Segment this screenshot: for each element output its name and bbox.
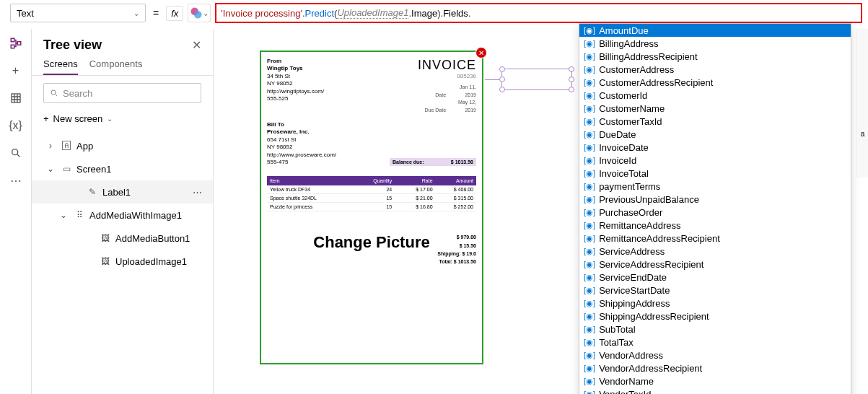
tree-item-addmediawithimage1[interactable]: ⌄⠿AddMediaWithImage1 [32,203,213,227]
selection-box[interactable] [501,69,572,90]
autocomplete-label: ServiceAddress [599,246,665,257]
field-icon: [◉] [584,234,595,243]
autocomplete-item[interactable]: [◉]TotalTax [579,336,851,349]
autocomplete-item[interactable]: [◉]CustomerTaxId [579,115,851,128]
autocomplete-item[interactable]: [◉]CustomerId [579,89,851,102]
expander-icon[interactable]: ⌄ [58,209,69,221]
autocomplete-label: RemittanceAddress [599,220,680,231]
field-icon: [◉] [584,325,595,334]
tree-item-app[interactable]: ›🄰App [32,134,213,157]
autocomplete-label: PreviousUnpaidBalance [599,194,699,205]
canvas-invoice[interactable]: ✕ From Wingtip Toys 34 5th St NY 98052 h… [260,51,483,364]
autocomplete-item[interactable]: [◉]VendorAddressRecipient [579,362,851,375]
close-icon[interactable]: ✕ [192,38,201,52]
field-icon: [◉] [584,286,595,295]
tab-components[interactable]: Components [89,58,143,75]
autocomplete-item[interactable]: [◉]AmountDue [579,24,851,37]
tree-item-addmediabutton1[interactable]: 🖼AddMediaButton1 [32,227,213,250]
variables-icon[interactable]: {x} [9,118,23,133]
autocomplete-item[interactable]: [◉]ServiceAddress [579,245,851,258]
field-icon: [◉] [584,260,595,269]
autocomplete-item[interactable]: [◉]BillingAddress [579,37,851,50]
expander-icon[interactable]: › [45,140,56,152]
autocomplete-label: BillingAddressRecipient [599,51,698,62]
autocomplete-label: TotalTax [599,337,634,348]
autocomplete-item[interactable]: [◉]RemittanceAddressRecipient [579,232,851,245]
tree-item-screen1[interactable]: ⌄▭Screen1 [32,157,213,180]
item-type-icon: 🄰 [61,140,72,152]
formula-arg: UploadedImage1 [337,7,408,19]
autocomplete-item[interactable]: [◉]VendorTaxId [579,388,851,394]
field-icon: [◉] [584,156,595,165]
autocomplete-item[interactable]: [◉]BillingAddressRecipient [579,50,851,63]
field-icon: [◉] [584,65,595,74]
more-icon[interactable]: ⋯ [9,173,23,188]
autocomplete-item[interactable]: [◉]InvoiceId [579,154,851,167]
autocomplete-item[interactable]: [◉]CustomerName [579,102,851,115]
autocomplete-item[interactable]: [◉]VendorAddress [579,349,851,362]
search-input[interactable]: Search [43,83,201,103]
tree-item-label: UploadedImage1 [115,256,187,267]
autocomplete-item[interactable]: [◉]CustomerAddressRecipient [579,76,851,89]
autocomplete-item[interactable]: [◉]PurchaseOrder [579,206,851,219]
field-icon: [◉] [584,364,595,373]
property-dropdown-label: Text [17,8,34,19]
autocomplete-item[interactable]: [◉]DueDate [579,128,851,141]
handle-icon[interactable] [569,66,574,72]
tree-view-icon[interactable] [9,36,23,51]
item-type-icon: 🖼 [100,255,111,267]
formula-string: 'Invoice processing' [221,8,302,19]
field-icon: [◉] [584,117,595,126]
autocomplete-label: VendorName [599,376,654,387]
autocomplete-item[interactable]: [◉]ShippingAddressRecipient [579,310,851,323]
handle-icon[interactable] [569,76,574,82]
autocomplete-label: VendorAddress [599,350,663,361]
data-icon[interactable] [9,91,23,105]
autocomplete-item[interactable]: [◉]ServiceAddressRecipient [579,258,851,271]
autocomplete-label: AmountDue [599,25,649,36]
property-dropdown[interactable]: Text ⌄ [10,4,146,22]
svg-point-1 [194,11,202,19]
tree-item-label1[interactable]: ✎Label1⋯ [32,180,213,203]
handle-icon[interactable] [499,87,505,92]
new-screen-button[interactable]: + New screen ⌄ [32,110,213,131]
autocomplete-item[interactable]: [◉]InvoiceTotal [579,167,851,180]
autocomplete-item[interactable]: [◉]PreviousUnpaidBalance [579,193,851,206]
autocomplete-item[interactable]: [◉]SubTotal [579,323,851,336]
formula-input[interactable]: 'Invoice processing'.Predict(UploadedIma… [215,3,862,23]
tree-item-label: Screen1 [76,164,111,175]
autocomplete-item[interactable]: [◉]RemittanceAddress [579,219,851,232]
svg-point-7 [51,90,56,95]
svg-rect-4 [17,42,21,45]
autocomplete-menu: [◉]AmountDue[◉]BillingAddress[◉]BillingA… [579,23,851,394]
handle-icon[interactable] [499,66,505,72]
autocomplete-item[interactable]: [◉]VendorName [579,375,851,388]
expander-icon[interactable]: ⌄ [45,163,56,175]
autocomplete-item[interactable]: [◉]paymentTerms [579,180,851,193]
right-panel-sliver[interactable]: a [856,29,868,178]
more-icon[interactable]: ⋯ [193,187,203,198]
handle-icon[interactable] [569,87,574,92]
autocomplete-label: RemittanceAddressRecipient [599,233,720,244]
autocomplete-label: VendorTaxId [599,389,651,395]
fx-icon[interactable]: fx [166,6,183,21]
tree-view-panel: Tree view ✕ Screens Components Search + … [32,29,214,394]
autocomplete-label: SubTotal [599,324,636,335]
change-picture-label[interactable]: Change Picture $ 979.00$ 15.50Shipping: … [267,233,476,252]
insert-icon[interactable]: + [9,64,23,78]
autocomplete-item[interactable]: [◉]ServiceStartDate [579,284,851,297]
autocomplete-item[interactable]: [◉]InvoiceDate [579,141,851,154]
autocomplete-label: ShippingAddress [599,298,670,309]
autocomplete-item[interactable]: [◉]ServiceEndDate [579,271,851,284]
item-type-icon: ▭ [61,163,72,175]
chevron-down-icon: ⌄ [133,9,139,17]
delete-button[interactable]: ✕ [475,47,487,58]
tab-screens[interactable]: Screens [43,58,78,75]
invoice-from: From Wingtip Toys 34 5th St NY 98052 htt… [267,58,324,114]
autocomplete-item[interactable]: [◉]ShippingAddress [579,297,851,310]
copilot-button[interactable]: ⌄ [188,4,211,22]
autocomplete-item[interactable]: [◉]CustomerAddress [579,63,851,76]
handle-icon[interactable] [499,76,505,82]
tree-item-uploadedimage1[interactable]: 🖼UploadedImage1 [32,250,213,273]
search-icon[interactable] [9,146,23,160]
